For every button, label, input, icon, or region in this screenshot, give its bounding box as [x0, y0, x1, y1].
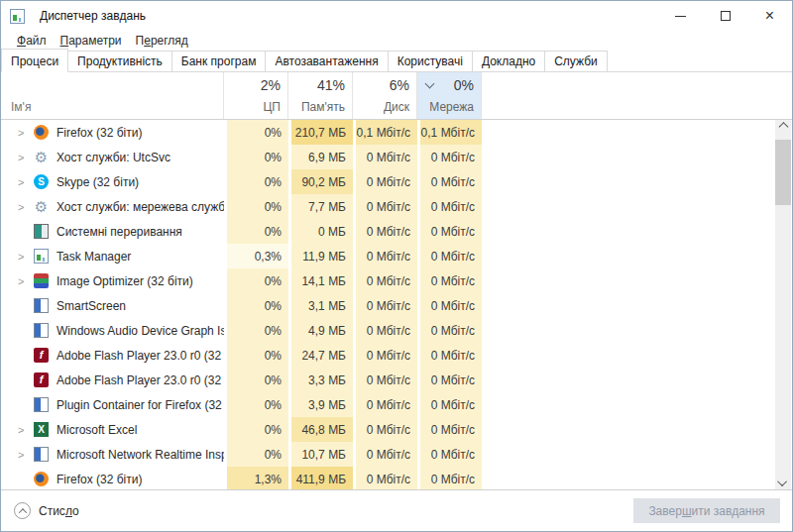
column-header-memory[interactable]: 41% Пам'ять [288, 72, 353, 119]
process-name-cell: f Adobe Flash Player 23.0 r0 (32 біти) [1, 343, 224, 368]
menu-label-part: араметри [68, 34, 121, 48]
memory-cell: 90,2 МБ [291, 169, 353, 194]
table-row[interactable]: > Task Manager 0,3% 11,9 МБ 0 Мбіт/с 0 М… [1, 244, 792, 268]
tab-startup[interactable]: Автозавантаження [265, 51, 388, 71]
process-name: Microsoft Network Realtime Inspe... [57, 448, 224, 462]
expander-chevron-icon[interactable]: > [18, 449, 34, 461]
expander-chevron-icon[interactable]: > [18, 152, 34, 163]
cpu-cell: 0% [227, 145, 288, 169]
disk-cell: 0,1 Мбіт/с [356, 120, 417, 145]
tab-app-history[interactable]: Банк програм [171, 51, 267, 71]
disk-cell: 0 Мбіт/с [356, 343, 417, 368]
imgopt-icon [34, 273, 49, 288]
cpu-cell: 1,3% [227, 467, 288, 491]
system-icon [34, 224, 49, 239]
tab-performance[interactable]: Продуктивність [67, 51, 172, 71]
network-cell: 0 Мбіт/с [420, 343, 482, 368]
column-header-disk[interactable]: 6% Диск [353, 72, 417, 119]
memory-cell: 6,9 МБ [291, 145, 353, 169]
memory-cell: 3,3 МБ [291, 368, 353, 392]
scroll-up-button[interactable] [775, 120, 791, 137]
minimize-button[interactable] [658, 1, 703, 31]
process-name: Хост служби: мережева служба ... [57, 200, 224, 214]
process-name-cell: > S Skype (32 біти) [1, 169, 224, 194]
scrollbar-thumb[interactable] [775, 140, 791, 205]
tab-processes[interactable]: Процеси [1, 49, 68, 72]
tab-services[interactable]: Служби [544, 51, 608, 71]
expander-chevron-icon[interactable]: > [18, 251, 34, 263]
expander-chevron-icon[interactable]: > [18, 275, 34, 287]
circle-chevron-up-icon [14, 502, 31, 519]
statusbar: Стисло Завершити завдання [1, 489, 792, 531]
menu-options[interactable]: Параметри [54, 33, 129, 49]
expander-chevron-icon[interactable]: > [18, 201, 34, 213]
end-task-button[interactable]: Завершити завдання [633, 498, 780, 523]
table-row[interactable]: SmartScreen 0% 3,1 МБ 0 Мбіт/с 0 Мбіт/с [1, 293, 792, 318]
network-cell: 0 Мбіт/с [420, 318, 482, 343]
column-header-cpu[interactable]: 2% ЦП [224, 72, 288, 119]
table-row[interactable]: > ⚙ Хост служби: UtcSvc 0% 6,9 МБ 0 Мбіт… [1, 145, 792, 169]
column-header-name[interactable]: Ім'я [1, 72, 224, 119]
process-name-cell: > Task Manager [1, 244, 224, 268]
vertical-scrollbar[interactable] [775, 120, 791, 491]
table-row[interactable]: Системні переривання 0% 0 МБ 0 Мбіт/с 0 … [1, 219, 792, 244]
disk-total-percent: 6% [390, 77, 409, 93]
minimize-icon [675, 16, 686, 17]
sort-chevron-down-icon [425, 79, 435, 89]
table-row[interactable]: Plugin Container for Firefox (32 бі... 0… [1, 392, 792, 417]
table-row[interactable]: > Image Optimizer (32 біти) 0% 14,1 МБ 0… [1, 268, 792, 293]
network-cell: 0 Мбіт/с [420, 293, 482, 318]
disk-cell: 0 Мбіт/с [356, 417, 417, 442]
memory-cell: 3,1 МБ [291, 293, 353, 318]
table-row[interactable]: f Adobe Flash Player 23.0 r0 (32 біти) 0… [1, 343, 792, 368]
process-name: Firefox (32 біти) [57, 473, 142, 486]
table-row[interactable]: > ⚙ Хост служби: мережева служба ... 0% … [1, 194, 792, 219]
tabbar: Процеси Продуктивність Банк програм Авто… [1, 50, 792, 72]
network-cell: 0 Мбіт/с [420, 442, 482, 467]
fewer-details-toggle[interactable]: Стисло [14, 502, 79, 519]
table-row[interactable]: > X Microsoft Excel 0% 46,8 МБ 0 Мбіт/с … [1, 417, 792, 442]
table-row[interactable]: > Microsoft Network Realtime Inspe... 0%… [1, 442, 792, 467]
expander-chevron-icon[interactable]: > [18, 424, 34, 436]
table-row[interactable]: > S Skype (32 біти) 0% 90,2 МБ 0 Мбіт/с … [1, 169, 792, 194]
table-row[interactable]: Firefox (32 біти) 1,3% 411,9 МБ 0 Мбіт/с… [1, 467, 792, 491]
disk-cell: 0 Мбіт/с [356, 145, 417, 169]
menu-file[interactable]: Файл [10, 33, 54, 49]
window-icon [34, 298, 49, 313]
expander-chevron-icon[interactable]: > [18, 127, 34, 139]
process-name-cell: Firefox (32 біти) [1, 467, 224, 491]
table-row[interactable]: f Adobe Flash Player 23.0 r0 (32 біти) 0… [1, 368, 792, 392]
process-name: Windows Audio Device Graph Isol... [57, 324, 224, 338]
memory-cell: 210,7 МБ [291, 120, 353, 145]
menu-label-accel: е [144, 34, 151, 48]
window-icon [34, 323, 49, 338]
menu-view[interactable]: Перегляд [129, 33, 195, 49]
disk-cell: 0 Мбіт/с [356, 318, 417, 343]
memory-cell: 411,9 МБ [291, 467, 353, 491]
close-icon: × [765, 8, 774, 24]
process-name: SmartScreen [57, 299, 126, 313]
menu-label-part: айл [26, 34, 46, 48]
close-button[interactable]: × [747, 1, 792, 31]
table-row[interactable]: > Firefox (32 біти) 0% 210,7 МБ 0,1 Мбіт… [1, 120, 792, 145]
tab-users[interactable]: Користувачі [388, 51, 473, 71]
tab-details[interactable]: Докладно [472, 51, 545, 71]
disk-cell: 0 Мбіт/с [356, 169, 417, 194]
maximize-button[interactable] [703, 1, 747, 31]
process-name: Firefox (32 біти) [57, 126, 142, 140]
process-name-cell: > Image Optimizer (32 біти) [1, 268, 224, 293]
process-name-cell: > Microsoft Network Realtime Inspe... [1, 442, 224, 467]
process-name: Adobe Flash Player 23.0 r0 (32 біти) [57, 373, 224, 387]
column-header-network[interactable]: 0% Мережа [417, 72, 482, 119]
disk-cell: 0 Мбіт/с [356, 392, 417, 417]
process-name: Task Manager [57, 250, 131, 264]
expander-chevron-icon[interactable]: > [18, 176, 34, 188]
network-cell: 0,1 Мбіт/с [420, 120, 482, 145]
table-row[interactable]: Windows Audio Device Graph Isol... 0% 4,… [1, 318, 792, 343]
network-cell: 0 Мбіт/с [420, 194, 482, 219]
process-rows: > Firefox (32 біти) 0% 210,7 МБ 0,1 Мбіт… [1, 120, 792, 491]
cpu-cell: 0% [227, 194, 288, 219]
process-name-cell: > Firefox (32 біти) [1, 120, 224, 145]
memory-cell: 3,9 МБ [291, 392, 353, 417]
toggle-label-part: Стис [39, 504, 65, 518]
